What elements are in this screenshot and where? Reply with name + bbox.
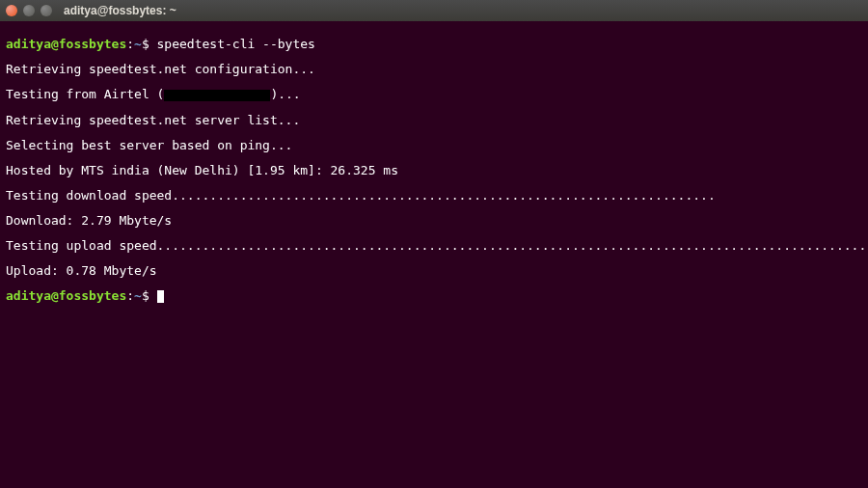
window-buttons-group bbox=[6, 5, 52, 16]
output-line: Hosted by MTS india (New Delhi) [1.95 km… bbox=[6, 164, 862, 176]
output-line: Selecting best server based on ping... bbox=[6, 139, 862, 151]
window-titlebar: aditya@fossbytes: ~ bbox=[0, 0, 868, 21]
terminal-area[interactable]: aditya@fossbytes:~$ speedtest-cli --byte… bbox=[0, 21, 868, 319]
terminal-line: aditya@fossbytes:~$ bbox=[6, 289, 862, 303]
output-line: Retrieving speedtest.net configuration..… bbox=[6, 63, 862, 75]
prompt-colon: : bbox=[126, 37, 134, 51]
output-text: Testing from Airtel ( bbox=[6, 87, 164, 101]
maximize-icon[interactable] bbox=[41, 5, 52, 16]
terminal-line: aditya@fossbytes:~$ speedtest-cli --byte… bbox=[6, 38, 862, 50]
prompt-symbol: $ bbox=[142, 288, 149, 303]
prompt-user-host: aditya@fossbytes bbox=[6, 288, 126, 303]
cursor-icon bbox=[157, 290, 164, 303]
minimize-icon[interactable] bbox=[23, 5, 35, 16]
output-line: Testing download speed..................… bbox=[6, 189, 862, 202]
prompt-user-host: aditya@fossbytes bbox=[6, 37, 126, 51]
output-line: Download: 2.79 Mbyte/s bbox=[6, 214, 862, 227]
redacted-ip bbox=[164, 90, 270, 101]
prompt-symbol: $ bbox=[142, 37, 149, 51]
output-line: Retrieving speedtest.net server list... bbox=[6, 114, 862, 126]
prompt-path: ~ bbox=[134, 37, 142, 51]
prompt-path: ~ bbox=[134, 288, 142, 303]
close-icon[interactable] bbox=[6, 5, 17, 16]
output-text: )... bbox=[270, 87, 300, 101]
output-line: Testing from Airtel ()... bbox=[6, 88, 862, 101]
output-line: Upload: 0.78 Mbyte/s bbox=[6, 264, 862, 277]
command-text: speedtest-cli --bytes bbox=[157, 37, 315, 51]
output-line: Testing upload speed....................… bbox=[6, 239, 862, 252]
window-title: aditya@fossbytes: ~ bbox=[64, 4, 176, 17]
prompt-colon: : bbox=[126, 288, 134, 303]
